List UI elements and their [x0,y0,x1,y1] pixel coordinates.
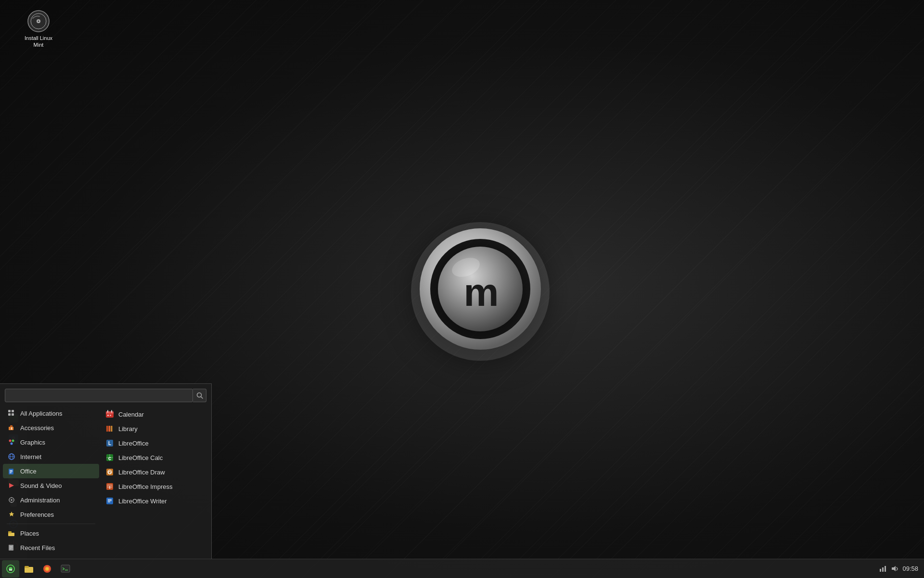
clock: 09:58 [902,565,918,572]
svg-rect-41 [10,548,13,548]
desktop: m Install Linux Mint [0,0,924,578]
library-label: Library [118,425,138,433]
svg-marker-98 [892,566,896,571]
svg-text:D: D [108,470,112,475]
calendar-label: Calendar [118,411,144,418]
svg-point-10 [38,21,39,22]
svg-rect-48 [107,415,109,416]
libreoffice-draw-label: LibreOffice Draw [118,469,165,476]
preferences-label: Preferences [20,511,54,518]
search-button[interactable] [193,389,206,402]
svg-rect-13 [8,410,11,412]
libreoffice-calc-label: LibreOffice Calc [118,454,163,461]
menu-item-recent-files[interactable]: Recent Files [3,540,99,555]
sound-video-icon [7,481,16,490]
libreoffice-draw-icon: D [105,467,115,477]
svg-rect-52 [111,426,113,432]
menu-item-accessories[interactable]: Accessories [3,420,99,435]
svg-rect-45 [106,413,114,414]
menu-item-libreoffice-draw[interactable]: D LibreOffice Draw [101,465,208,479]
svg-text:C: C [108,456,112,461]
libreoffice-writer-icon [105,496,115,506]
menu-item-libreoffice-impress[interactable]: I LibreOffice Impress [101,479,208,494]
administration-icon [7,495,16,505]
menu-item-libreoffice-calc[interactable]: C LibreOffice Calc [101,450,208,465]
search-input[interactable] [5,389,193,402]
menu-item-internet[interactable]: Internet [3,449,99,464]
network-icon [879,565,887,573]
install-icon-label: Install Linux Mint [19,35,58,49]
svg-rect-51 [109,426,111,432]
recent-files-icon [7,543,16,552]
libreoffice-impress-icon: I [105,482,115,491]
menu-item-calendar[interactable]: Calendar [101,407,208,421]
menu-item-all-applications[interactable]: All Applications [3,406,99,420]
menu-columns: All Applications Accessories [0,406,211,555]
menu-item-sound-video[interactable]: Sound & Video [3,478,99,493]
menu-item-library[interactable]: Library [101,421,208,436]
sound-video-label: Sound & Video [20,482,62,489]
svg-rect-40 [10,546,13,547]
menu-item-places[interactable]: Places [3,526,99,540]
start-menu-button[interactable]: m [2,560,19,578]
svg-rect-29 [10,473,12,473]
calendar-icon [105,409,115,419]
svg-rect-17 [9,427,13,430]
taskbar: m [0,559,924,578]
svg-rect-42 [10,549,12,549]
svg-rect-14 [12,410,14,412]
svg-rect-50 [106,426,108,432]
menu-item-libreoffice[interactable]: L LibreOffice [101,436,208,450]
svg-text:L: L [108,441,111,446]
svg-rect-95 [880,569,881,572]
office-icon [7,466,16,476]
taskbar-files-btn[interactable] [20,560,38,578]
svg-text:m: m [464,270,497,314]
svg-rect-37 [8,533,14,536]
libreoffice-label: LibreOffice [118,440,149,447]
svg-point-22 [11,443,13,445]
svg-marker-30 [9,483,14,488]
library-icon [105,424,115,434]
menu-divider [7,524,95,524]
install-icon-image [27,10,50,33]
libreoffice-writer-label: LibreOffice Writer [118,498,167,505]
install-linux-mint-icon[interactable]: Install Linux Mint [19,10,58,49]
menu-item-graphics[interactable]: Graphics [3,435,99,449]
mint-logo: m [408,217,552,361]
menu-item-preferences[interactable]: Preferences [3,507,99,522]
menu-right-column: Calendar Library [101,406,208,555]
internet-label: Internet [20,453,41,460]
svg-rect-96 [882,567,884,572]
svg-rect-49 [110,415,111,416]
svg-rect-89 [25,566,29,568]
svg-rect-18 [10,425,13,427]
taskbar-terminal-btn[interactable] [57,560,74,578]
svg-line-12 [201,397,203,399]
libreoffice-icon: L [105,438,115,448]
menu-item-office[interactable]: Office [3,464,99,478]
svg-rect-97 [885,566,886,572]
taskbar-firefox-btn[interactable] [38,560,56,578]
svg-rect-15 [8,413,11,416]
svg-rect-16 [12,413,14,416]
all-apps-icon [7,408,16,418]
graphics-label: Graphics [20,439,45,446]
libreoffice-impress-label: LibreOffice Impress [118,483,172,490]
places-icon [7,528,16,538]
svg-rect-27 [10,470,13,471]
menu-item-administration[interactable]: Administration [3,493,99,507]
libreoffice-calc-icon: C [105,453,115,462]
office-label: Office [20,468,37,475]
svg-rect-28 [10,472,13,472]
all-applications-label: All Applications [20,410,62,417]
menu-item-libreoffice-writer[interactable]: LibreOffice Writer [101,494,208,508]
svg-text:m: m [9,567,13,572]
volume-icon [891,565,898,573]
menu-left-column: All Applications Accessories [3,406,99,555]
preferences-icon [7,510,16,519]
accessories-label: Accessories [20,424,54,432]
svg-text:I: I [109,485,111,490]
accessories-icon [7,423,16,433]
recent-files-label: Recent Files [20,544,55,552]
